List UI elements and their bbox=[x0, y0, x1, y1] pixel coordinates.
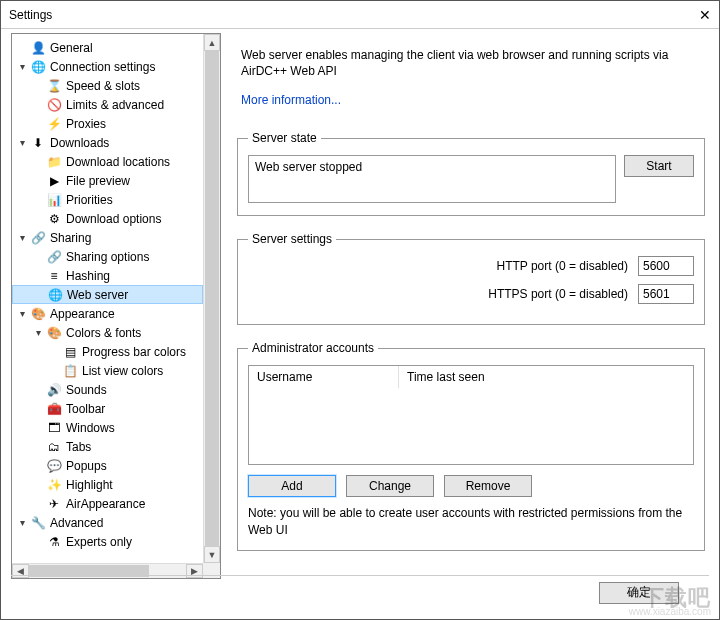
tree-item-label: Download options bbox=[66, 212, 161, 226]
list-icon: 📋 bbox=[62, 363, 78, 379]
tree-item-label: Web server bbox=[67, 288, 128, 302]
server-state-group: Server state Web server stopped Start bbox=[237, 131, 705, 216]
tree-item-label: Progress bar colors bbox=[82, 345, 186, 359]
tree-item[interactable]: ▾🌐Connection settings bbox=[12, 57, 203, 76]
tree-item-label: Colors & fonts bbox=[66, 326, 141, 340]
server-settings-legend: Server settings bbox=[248, 232, 336, 246]
tree-item-label: Appearance bbox=[50, 307, 115, 321]
tree-item[interactable]: 🚫Limits & advanced bbox=[12, 95, 203, 114]
play-icon: ▶ bbox=[46, 173, 62, 189]
tree-item-label: Sharing bbox=[50, 231, 91, 245]
tree-item[interactable]: 📁Download locations bbox=[12, 152, 203, 171]
web-icon: 🌐 bbox=[47, 287, 63, 303]
bolt-icon: ⚡ bbox=[46, 116, 62, 132]
tabs-icon: 🗂 bbox=[46, 439, 62, 455]
tree-item[interactable]: ✈AirAppearance bbox=[12, 494, 203, 513]
scroll-thumb[interactable] bbox=[205, 51, 219, 546]
tree-item[interactable]: ▾🎨Colors & fonts bbox=[12, 323, 203, 342]
more-information-link[interactable]: More information... bbox=[241, 93, 341, 107]
admin-accounts-list[interactable]: Username Time last seen bbox=[248, 365, 694, 465]
toolbar-icon: 🧰 bbox=[46, 401, 62, 417]
chevron-down-icon[interactable]: ▾ bbox=[16, 61, 28, 72]
settings-window: Settings ✕ 👤General▾🌐Connection settings… bbox=[0, 0, 720, 620]
tree-item-label: Hashing bbox=[66, 269, 110, 283]
hash-icon: ≡ bbox=[46, 268, 62, 284]
tree-item-label: Sharing options bbox=[66, 250, 149, 264]
wrench-icon: 🔧 bbox=[30, 515, 46, 531]
tree-item[interactable]: 🔊Sounds bbox=[12, 380, 203, 399]
admin-accounts-header: Username Time last seen bbox=[249, 366, 693, 388]
chevron-down-icon[interactable]: ▾ bbox=[16, 232, 28, 243]
sign-icon: 🚫 bbox=[46, 97, 62, 113]
ok-button[interactable]: 确定 bbox=[599, 582, 679, 604]
tree-item[interactable]: 👤General bbox=[12, 38, 203, 57]
https-port-input[interactable] bbox=[638, 284, 694, 304]
dialog-footer: 确定 bbox=[11, 575, 709, 609]
tree-item[interactable]: ▾⬇Downloads bbox=[12, 133, 203, 152]
popup-icon: 💬 bbox=[46, 458, 62, 474]
scroll-up-icon[interactable]: ▲ bbox=[204, 34, 220, 51]
tree-item[interactable]: 📊Priorities bbox=[12, 190, 203, 209]
tree-item[interactable]: ⌛Speed & slots bbox=[12, 76, 203, 95]
tree-item[interactable]: ⚗Experts only bbox=[12, 532, 203, 551]
change-button[interactable]: Change bbox=[346, 475, 434, 497]
tree-item[interactable]: ▶File preview bbox=[12, 171, 203, 190]
tree-item-label: Speed & slots bbox=[66, 79, 140, 93]
http-port-input[interactable] bbox=[638, 256, 694, 276]
tree-item[interactable]: 🧰Toolbar bbox=[12, 399, 203, 418]
tree-item[interactable]: 🔗Sharing options bbox=[12, 247, 203, 266]
remove-button[interactable]: Remove bbox=[444, 475, 532, 497]
tree-item[interactable]: ▾🎨Appearance bbox=[12, 304, 203, 323]
tree-item[interactable]: 📋List view colors bbox=[12, 361, 203, 380]
tree-item[interactable]: ▾🔧Advanced bbox=[12, 513, 203, 532]
column-time-last-seen[interactable]: Time last seen bbox=[399, 366, 693, 388]
hourglass-icon: ⌛ bbox=[46, 78, 62, 94]
tree-item-label: Windows bbox=[66, 421, 115, 435]
gear-icon: ⚙ bbox=[46, 211, 62, 227]
tree-item[interactable]: ▤Progress bar colors bbox=[12, 342, 203, 361]
chevron-down-icon[interactable]: ▾ bbox=[32, 327, 44, 338]
expert-icon: ⚗ bbox=[46, 534, 62, 550]
tree-item[interactable]: 🌐Web server bbox=[12, 285, 203, 304]
web-server-description: Web server enables managing the client v… bbox=[241, 47, 701, 79]
start-button[interactable]: Start bbox=[624, 155, 694, 177]
tree-item[interactable]: 🗂Tabs bbox=[12, 437, 203, 456]
tree-item[interactable]: ▾🔗Sharing bbox=[12, 228, 203, 247]
close-icon[interactable]: ✕ bbox=[671, 7, 711, 23]
chevron-down-icon[interactable]: ▾ bbox=[16, 137, 28, 148]
highlight-icon: ✨ bbox=[46, 477, 62, 493]
tree-item-label: Highlight bbox=[66, 478, 113, 492]
vertical-scrollbar[interactable]: ▲ ▼ bbox=[203, 34, 220, 563]
window-title: Settings bbox=[9, 8, 52, 22]
admin-accounts-note: Note: you will be able to create user ac… bbox=[248, 505, 694, 537]
chevron-down-icon[interactable]: ▾ bbox=[16, 517, 28, 528]
tree-item-label: Tabs bbox=[66, 440, 91, 454]
tree-item[interactable]: 🗔Windows bbox=[12, 418, 203, 437]
tree-item[interactable]: 💬Popups bbox=[12, 456, 203, 475]
server-state-text: Web server stopped bbox=[248, 155, 616, 203]
server-state-legend: Server state bbox=[248, 131, 321, 145]
chevron-down-icon[interactable]: ▾ bbox=[16, 308, 28, 319]
tree-item[interactable]: ✨Highlight bbox=[12, 475, 203, 494]
air-icon: ✈ bbox=[46, 496, 62, 512]
column-username[interactable]: Username bbox=[249, 366, 399, 388]
admin-accounts-group: Administrator accounts Username Time las… bbox=[237, 341, 705, 550]
tree-item[interactable]: ⚡Proxies bbox=[12, 114, 203, 133]
tree-item-label: Sounds bbox=[66, 383, 107, 397]
settings-tree[interactable]: 👤General▾🌐Connection settings⌛Speed & sl… bbox=[12, 34, 203, 563]
user-icon: 👤 bbox=[30, 40, 46, 56]
tree-item[interactable]: ⚙Download options bbox=[12, 209, 203, 228]
window-icon: 🗔 bbox=[46, 420, 62, 436]
tree-item[interactable]: ≡Hashing bbox=[12, 266, 203, 285]
tree-item-label: Limits & advanced bbox=[66, 98, 164, 112]
folder-icon: 📁 bbox=[46, 154, 62, 170]
sound-icon: 🔊 bbox=[46, 382, 62, 398]
tree-item-label: List view colors bbox=[82, 364, 163, 378]
http-port-label: HTTP port (0 = disabled) bbox=[496, 259, 628, 273]
scroll-down-icon[interactable]: ▼ bbox=[204, 546, 220, 563]
content-panel: Web server enables managing the client v… bbox=[233, 33, 709, 573]
progress-icon: ▤ bbox=[62, 344, 78, 360]
add-button[interactable]: Add bbox=[248, 475, 336, 497]
tree-item-label: Popups bbox=[66, 459, 107, 473]
tree-item-label: Advanced bbox=[50, 516, 103, 530]
